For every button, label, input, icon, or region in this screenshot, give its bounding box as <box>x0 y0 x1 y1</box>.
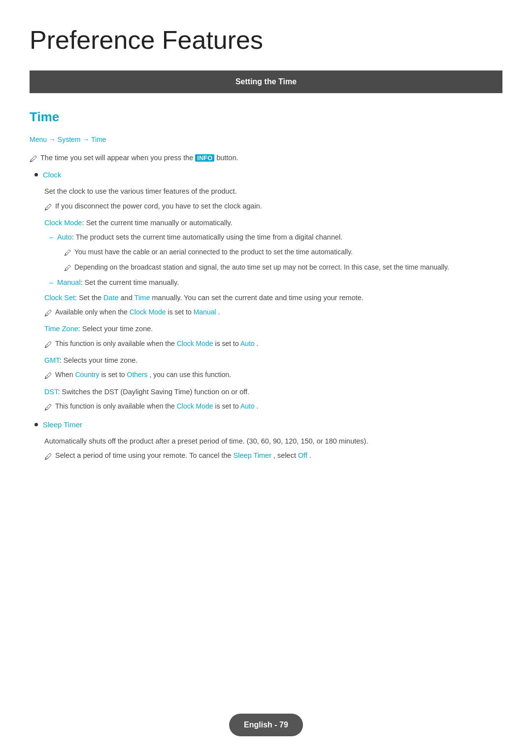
time-heading: Time <box>30 107 502 128</box>
auto-dash-item: – Auto: The product sets the current tim… <box>49 232 502 243</box>
info-button-label: INFO <box>195 154 214 162</box>
note-icon-auto2: 🖊 <box>64 262 71 274</box>
clock-note1: 🖊 If you disconnect the power cord, you … <box>44 201 502 214</box>
sleep-timer-label: Sleep Timer <box>43 419 82 431</box>
time-zone-term: Time Zone <box>44 325 78 333</box>
date-term: Date <box>103 294 119 302</box>
tz-clock-mode-term: Clock Mode <box>177 340 213 347</box>
country-term: Country <box>75 371 99 378</box>
tz-auto-term: Auto <box>240 340 255 347</box>
note-icon-clockset: 🖊 <box>44 307 52 320</box>
gmt-term: GMT <box>44 356 60 364</box>
note-icon-dst: 🖊 <box>44 401 52 414</box>
sleep-timer-bullet: Sleep Timer <box>34 419 502 431</box>
dst-clock-mode-term: Clock Mode <box>177 402 213 410</box>
note-icon-timezone: 🖊 <box>44 339 52 351</box>
bullet-dot <box>34 173 38 176</box>
clock-description: Set the clock to use the various timer f… <box>44 186 502 197</box>
others-term: Others <box>127 371 148 378</box>
time-term: Time <box>134 294 150 302</box>
dash-symbol-manual: – <box>49 277 53 288</box>
manual-term: Manual <box>57 278 81 286</box>
footer-bar: English - 79 <box>229 714 303 736</box>
clock-set-note-term: Clock Mode <box>130 308 166 316</box>
note-icon-sleep: 🖊 <box>44 450 52 463</box>
off-term: Off <box>298 451 307 459</box>
section-header: Setting the Time <box>30 70 502 93</box>
auto-note2: 🖊 Depending on the broadcast station and… <box>64 262 502 274</box>
page-title: Preference Features <box>30 20 502 61</box>
manual-note-term: Manual <box>194 308 216 316</box>
clock-mode-line: Clock Mode: Set the current time manuall… <box>44 217 502 229</box>
auto-note1-text: You must have the cable or an aerial con… <box>74 246 353 257</box>
time-zone-desc: Select your time zone. <box>82 325 153 333</box>
clock-mode-desc: Set the current time manually or automat… <box>86 219 233 227</box>
dst-term: DST <box>44 388 58 396</box>
auto-note1: 🖊 You must have the cable or an aerial c… <box>64 246 502 259</box>
breadcrumb-text: Menu → System → Time <box>30 136 106 143</box>
gmt-line: GMT: Selects your time zone. <box>44 355 502 366</box>
intro-note: 🖊 The time you set will appear when you … <box>30 152 502 166</box>
sleep-timer-desc-text: Automatically shuts off the product afte… <box>44 436 502 447</box>
manual-desc: Set the current time manually. <box>85 278 179 286</box>
clock-set-term: Clock Set <box>44 294 75 302</box>
time-zone-note: 🖊 This function is only available when t… <box>44 338 502 351</box>
note-icon-auto1: 🖊 <box>64 247 71 259</box>
note-icon-1: 🖊 <box>44 201 52 214</box>
clock-set-line: Clock Set: Set the Date and Time manuall… <box>44 292 502 304</box>
auto-desc: The product sets the current time automa… <box>76 233 343 241</box>
clock-mode-term: Clock Mode <box>44 219 82 227</box>
manual-dash-item: – Manual: Set the current time manually. <box>49 277 502 288</box>
auto-term: Auto <box>57 233 72 241</box>
auto-note2-text: Depending on the broadcast station and s… <box>74 262 449 273</box>
breadcrumb: Menu → System → Time <box>30 134 502 145</box>
clock-desc-text: Set the clock to use the various timer f… <box>44 186 502 197</box>
note-icon: 🖊 <box>30 153 37 166</box>
clock-set-note: 🖊 Available only when the Clock Mode is … <box>44 307 502 320</box>
dash-symbol-auto: – <box>49 232 53 243</box>
dst-desc: Switches the DST (Daylight Saving Time) … <box>62 388 249 396</box>
sleep-timer-note: 🖊 Select a period of time using your rem… <box>44 450 502 463</box>
intro-note-text: The time you set will appear when you pr… <box>40 152 238 164</box>
note-icon-gmt: 🖊 <box>44 370 52 382</box>
dst-auto-term: Auto <box>240 402 255 410</box>
clock-note1-text: If you disconnect the power cord, you ha… <box>55 201 262 212</box>
bullet-dot-sleep <box>34 423 38 426</box>
sleep-timer-description: Automatically shuts off the product afte… <box>44 436 502 447</box>
gmt-note: 🖊 When Country is set to Others , you ca… <box>44 369 502 382</box>
time-zone-line: Time Zone: Select your time zone. <box>44 323 502 335</box>
clock-bullet-label: Clock <box>43 169 62 181</box>
dst-line: DST: Switches the DST (Daylight Saving T… <box>44 386 502 398</box>
clock-bullet: Clock <box>34 169 502 181</box>
dst-note: 🖊 This function is only available when t… <box>44 401 502 414</box>
gmt-desc: Selects your time zone. <box>64 356 138 364</box>
sleep-timer-note-term: Sleep Timer <box>233 451 271 459</box>
